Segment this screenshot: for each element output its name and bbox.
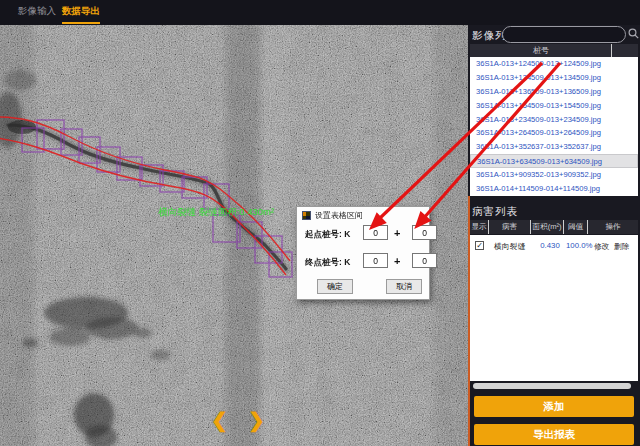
defect-measurement-label: 横向裂缝 裂缝面积:0.430m² (158, 206, 274, 217)
previous-image-button[interactable]: ❮ (211, 408, 228, 432)
area-column-header: 面积(m²) (531, 220, 563, 234)
column-separator (611, 44, 612, 57)
ok-button[interactable]: 确定 (317, 279, 353, 294)
defect-area: 0.430 (534, 241, 566, 250)
image-list-item[interactable]: 36S1A-013+909352-013+909352.jpg (470, 168, 638, 182)
start-stake-m-input[interactable] (412, 225, 437, 240)
defect-table-row: ✓ 横向裂缝 0.430 100.0% 修改 删除 (470, 239, 638, 253)
defect-list-scrollbar[interactable] (473, 383, 631, 389)
show-column-header: 显示 (470, 220, 488, 234)
end-stake-m-input[interactable] (412, 253, 437, 268)
image-list: 36S1A-013+124509-013+124509.jpg 36S1A-01… (470, 57, 638, 196)
plus-separator: + (394, 227, 400, 239)
set-range-dialog: 设置表格区间 起点桩号: K + 终点桩号: K + 确定 取消 (296, 206, 430, 300)
end-stake-label: 终点桩号: K (305, 257, 350, 269)
end-stake-km-input[interactable] (363, 253, 388, 268)
image-list-item[interactable]: 36S1A-013+134509-013+134509.jpg (470, 71, 638, 85)
app-window: 影像输入 数据导出 (0, 0, 640, 446)
image-search-input[interactable] (511, 28, 619, 41)
start-stake-km-input[interactable] (363, 225, 388, 240)
image-list-header: 桩号 (470, 44, 638, 57)
stake-column-header: 桩号 (470, 44, 612, 57)
edit-link[interactable]: 修改 (594, 241, 610, 252)
defect-visible-checkbox[interactable]: ✓ (475, 241, 484, 250)
defect-table-header: 显示 病害 面积(m²) 阈值 操作 (470, 220, 638, 234)
image-list-item-selected[interactable]: 36S1A-013+634509-013+634509.jpg (470, 154, 638, 168)
top-tab-bar: 影像输入 数据导出 (0, 0, 640, 25)
image-list-item[interactable]: 36S1A-013+136509-013+136509.jpg (470, 85, 638, 99)
defect-name: 横向裂缝 (494, 241, 525, 252)
tab-data-export[interactable]: 数据导出 (62, 5, 100, 24)
image-list-item[interactable]: 36S1A-013+234509-013+234509.jpg (470, 113, 638, 127)
image-search-box (502, 26, 626, 43)
next-image-button[interactable]: ❯ (248, 408, 265, 432)
plus-separator: + (394, 255, 400, 267)
action-column-header: 操作 (588, 220, 638, 234)
image-list-item[interactable]: 36S1A-013+352637-013+352637.jpg (470, 140, 638, 154)
defect-ratio: 100.0% (566, 241, 592, 250)
defect-table-body: ✓ 横向裂缝 0.430 100.0% 修改 删除 (470, 235, 638, 381)
dialog-titlebar: 设置表格区间 (302, 210, 363, 221)
threshold-column-header: 阈值 (564, 220, 587, 234)
image-list-item[interactable]: 36S1A-014+114509-014+114509.jpg (470, 182, 638, 196)
start-stake-label: 起点桩号: K (305, 229, 350, 241)
right-sidebar: 影像列表 桩号 36S1A-013+124509-013+124509.jpg … (468, 25, 640, 446)
image-list-item[interactable]: 36S1A-013+124509-013+124509.jpg (470, 57, 638, 71)
defect-column-header: 病害 (489, 220, 530, 234)
table-grid-icon (302, 211, 311, 220)
image-list-item[interactable]: 36S1A-013+264509-013+264509.jpg (470, 126, 638, 140)
add-button[interactable]: 添加 (474, 396, 634, 417)
cancel-button[interactable]: 取消 (386, 279, 422, 294)
tab-image-input[interactable]: 影像输入 (18, 5, 56, 18)
dialog-title: 设置表格区间 (315, 210, 363, 221)
image-list-item[interactable]: 36S1A-013+154509-013+154509.jpg (470, 99, 638, 113)
delete-link[interactable]: 删除 (614, 241, 630, 252)
defect-list-title: 病害列表 (472, 205, 518, 219)
search-icon[interactable] (628, 28, 639, 39)
export-report-button[interactable]: 导出报表 (474, 424, 634, 445)
